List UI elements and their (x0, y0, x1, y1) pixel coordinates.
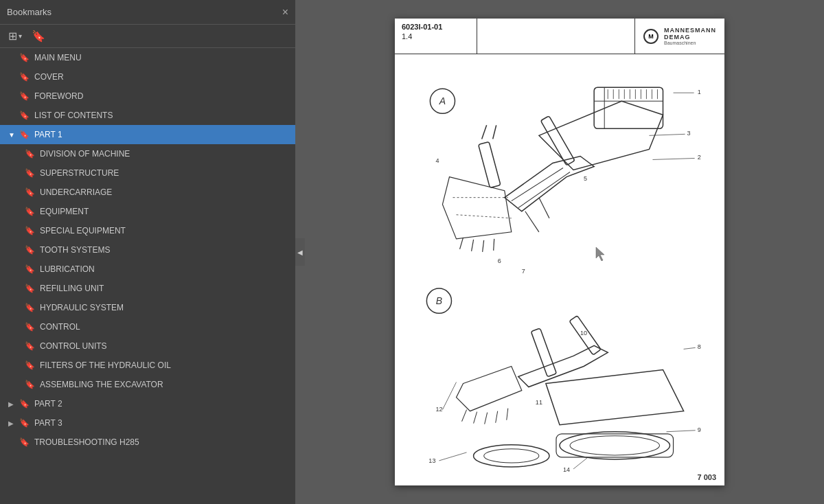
bookmark-item-superstructure[interactable]: 🔖SUPERSTRUCTURE (0, 163, 295, 183)
svg-line-10 (512, 168, 563, 201)
svg-text:6: 6 (498, 257, 501, 264)
bookmark-marker-icon: 🔖 (25, 284, 34, 293)
bookmark-item-assembling-excavator[interactable]: 🔖ASSEMBLING THE EXCAVATOR (0, 375, 295, 394)
bookmark-label-troubleshooting-h285: TROUBLESHOOTING H285 (34, 437, 139, 447)
bookmark-icon-button[interactable]: 🔖 (29, 28, 48, 44)
expand-arrow-part-3: ▶ (8, 420, 16, 427)
bookmark-marker-icon: 🔖 (19, 399, 29, 409)
bookmark-marker-icon: 🔖 (25, 264, 34, 274)
svg-text:3: 3 (687, 130, 691, 137)
list-icon: ⊞ (8, 30, 17, 43)
svg-text:13: 13 (428, 457, 435, 464)
bookmark-label-part-1: PART 1 (34, 130, 62, 139)
bookmark-item-control-units[interactable]: 🔖CONTROL UNITS (0, 336, 295, 356)
bookmark-item-lubrication[interactable]: 🔖LUBRICATION (0, 260, 295, 279)
svg-line-64 (539, 198, 549, 218)
bookmarks-header: Bookmarks × (0, 0, 295, 25)
bookmark-marker-icon: 🔖 (19, 72, 29, 82)
svg-text:2: 2 (698, 154, 701, 161)
document-panel: 6023I-01-01 1.4 M MANNESMANN DEMAG Bauma… (295, 0, 824, 504)
bookmark-label-part-3: PART 3 (34, 418, 62, 428)
doc-header-right: M MANNESMANN DEMAG Baumaschinen (635, 19, 724, 54)
bookmark-marker-icon: 🔖 (19, 418, 29, 428)
bookmark-marker-icon: 🔖 (25, 187, 34, 197)
bookmark-label-control-units: CONTROL UNITS (40, 341, 107, 351)
svg-line-62 (573, 458, 587, 469)
bookmark-item-refilling-unit[interactable]: 🔖REFILLING UNIT (0, 279, 295, 298)
dropdown-arrow: ▾ (19, 32, 22, 40)
bookmark-item-part-3[interactable]: ▶🔖PART 3 (0, 413, 295, 433)
bookmark-label-special-equipment: SPECIAL EQUIPMENT (40, 226, 126, 236)
logo-circle: M (643, 29, 659, 44)
bookmark-item-equipment[interactable]: 🔖EQUIPMENT (0, 202, 295, 221)
bookmark-label-superstructure: SUPERSTRUCTURE (40, 168, 119, 178)
svg-line-7 (494, 239, 494, 251)
logo-text-sub: Baumaschinen (664, 41, 716, 45)
bookmark-marker-icon: 🔖 (25, 168, 34, 178)
svg-line-63 (525, 211, 539, 232)
svg-line-13 (482, 125, 487, 139)
bookmark-item-hydraulic-system[interactable]: 🔖HYDRAULIC SYSTEM (0, 298, 295, 317)
bookmark-item-control[interactable]: 🔖CONTROL (0, 317, 295, 336)
svg-line-48 (485, 413, 488, 424)
svg-line-32 (652, 158, 694, 159)
bookmark-item-special-equipment[interactable]: 🔖SPECIAL EQUIPMENT (0, 221, 295, 240)
page-number: 7 003 (697, 473, 716, 481)
bookmark-icon: 🔖 (32, 30, 45, 43)
svg-line-6 (483, 240, 484, 252)
bookmark-item-main-menu[interactable]: 🔖MAIN MENU (0, 48, 295, 67)
svg-text:4: 4 (435, 157, 439, 164)
bookmark-label-lubrication: LUBRICATION (40, 264, 95, 274)
logo-text-demag: DEMAG (664, 34, 716, 41)
bookmark-label-refilling-unit: REFILLING UNIT (40, 284, 104, 293)
svg-text:A: A (439, 95, 446, 106)
document-id: 6023I-01-01 (402, 23, 470, 31)
expand-arrow-part-2: ▶ (8, 400, 16, 408)
svg-text:10: 10 (580, 330, 587, 336)
bookmarks-panel: Bookmarks × ⊞ ▾ 🔖 🔖MAIN MENU🔖COVER🔖FOREW… (0, 0, 295, 504)
bookmark-item-troubleshooting-h285[interactable]: 🔖TROUBLESHOOTING H285 (0, 433, 295, 452)
svg-line-60 (439, 453, 466, 461)
bookmark-marker-icon: 🔖 (25, 303, 34, 312)
bookmarks-toolbar: ⊞ ▾ 🔖 (0, 25, 295, 48)
svg-line-11 (518, 172, 570, 208)
bookmark-label-list-of-contents: LIST OF CONTENTS (34, 111, 113, 120)
svg-text:14: 14 (563, 466, 570, 473)
list-view-button[interactable]: ⊞ ▾ (5, 28, 25, 44)
svg-line-9 (457, 215, 512, 218)
svg-text:7: 7 (522, 268, 525, 275)
bookmark-item-tooth-systems[interactable]: 🔖TOOTH SYSTEMS (0, 240, 295, 260)
bookmark-item-filters-hydraulic-oil[interactable]: 🔖FILTERS OF THE HYDRAULIC OIL (0, 356, 295, 375)
svg-rect-12 (479, 141, 501, 187)
bookmark-label-tooth-systems: TOOTH SYSTEMS (40, 245, 110, 255)
bookmark-marker-icon: 🔖 (19, 437, 29, 447)
document-sub: 1.4 (402, 32, 470, 41)
svg-rect-43 (556, 434, 674, 457)
bookmark-item-cover[interactable]: 🔖COVER (0, 67, 295, 87)
bookmark-item-foreword[interactable]: 🔖FOREWORD (0, 87, 295, 106)
bookmark-label-assembling-excavator: ASSEMBLING THE EXCAVATOR (40, 380, 163, 389)
svg-text:9: 9 (698, 426, 701, 433)
svg-line-54 (667, 431, 696, 432)
panel-toggle-button[interactable]: ◀ (295, 238, 305, 266)
bookmark-label-control: CONTROL (40, 322, 80, 332)
bookmark-item-division-of-machine[interactable]: 🔖DIVISION OF MACHINE (0, 144, 295, 163)
document-page: 6023I-01-01 1.4 M MANNESMANN DEMAG Bauma… (395, 19, 724, 485)
bookmark-item-part-1[interactable]: ▼🔖PART 1 (0, 125, 295, 144)
bookmark-label-division-of-machine: DIVISION OF MACHINE (40, 149, 130, 159)
bookmark-marker-icon: 🔖 (25, 226, 34, 236)
bookmark-label-undercarriage: UNDERCARRIAGE (40, 187, 112, 197)
svg-text:8: 8 (698, 343, 701, 350)
bookmark-label-filters-hydraulic-oil: FILTERS OF THE HYDRAULIC OIL (40, 360, 171, 370)
bookmark-item-undercarriage[interactable]: 🔖UNDERCARRIAGE (0, 183, 295, 202)
svg-text:11: 11 (536, 399, 542, 406)
bookmarks-list: 🔖MAIN MENU🔖COVER🔖FOREWORD🔖LIST OF CONTEN… (0, 48, 295, 504)
bookmark-label-foreword: FOREWORD (34, 91, 83, 101)
bookmark-item-list-of-contents[interactable]: 🔖LIST OF CONTENTS (0, 106, 295, 125)
close-button[interactable]: × (282, 7, 288, 18)
bookmark-marker-icon: 🔖 (25, 207, 34, 216)
svg-line-58 (442, 382, 456, 410)
bookmark-label-equipment: EQUIPMENT (40, 207, 89, 216)
bookmark-label-hydraulic-system: HYDRAULIC SYSTEM (40, 303, 124, 312)
bookmark-item-part-2[interactable]: ▶🔖PART 2 (0, 394, 295, 413)
